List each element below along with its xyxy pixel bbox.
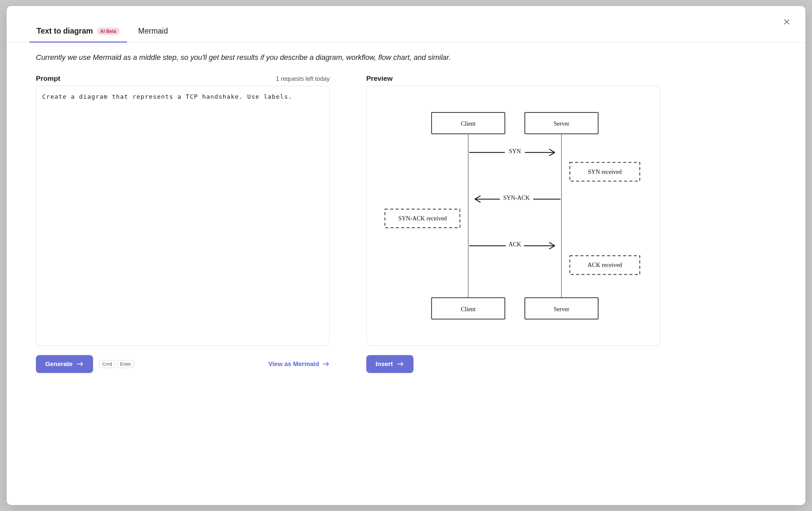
shortcut-hint: Cmd Enter (99, 360, 134, 368)
msg-ack: ACK (509, 241, 521, 248)
generate-button[interactable]: Generate (36, 355, 93, 373)
note-ack-received: ACK received (588, 262, 622, 268)
insert-button[interactable]: Insert (366, 355, 413, 373)
arrow-right-icon (397, 362, 404, 366)
preview-column: Preview Client Server (366, 75, 660, 505)
tab-mermaid[interactable]: Mermaid (137, 27, 169, 42)
view-as-mermaid-label: View as Mermaid (268, 360, 319, 368)
helper-text: Currently we use Mermaid as a middle ste… (36, 53, 776, 62)
requests-left: 1 requests left today (276, 76, 330, 82)
arrow-right-icon (77, 362, 84, 366)
participant-server-bottom: Server (554, 306, 569, 313)
kbd-enter: Enter (117, 360, 134, 368)
note-syn-received: SYN received (588, 169, 622, 175)
tab-label: Text to diagram (36, 27, 93, 35)
arrow-right-icon (322, 362, 330, 366)
msg-syn-ack: SYN-ACK (503, 195, 530, 201)
generate-label: Generate (45, 360, 72, 368)
participant-client-bottom: Client (461, 306, 475, 313)
participant-server-top: Server (554, 120, 569, 127)
diagram-modal: Text to diagram AI Beta Mermaid Currentl… (7, 6, 805, 505)
msg-syn: SYN (509, 148, 521, 154)
modal-body: Currently we use Mermaid as a middle ste… (7, 42, 805, 505)
prompt-title: Prompt (36, 75, 60, 82)
ai-beta-badge: AI Beta (97, 28, 120, 35)
close-icon (783, 18, 791, 26)
columns: Prompt 1 requests left today Generate Cm… (36, 75, 776, 505)
prompt-header: Prompt 1 requests left today (36, 75, 330, 82)
note-syn-ack-received: SYN-ACK received (398, 215, 447, 222)
tab-bar: Text to diagram AI Beta Mermaid (7, 6, 805, 42)
insert-label: Insert (376, 360, 393, 368)
prompt-footer: Generate Cmd Enter View as Mermaid (36, 355, 330, 373)
preview-header: Preview (366, 75, 660, 82)
prompt-box (36, 86, 330, 346)
preview-footer: Insert (366, 355, 660, 373)
close-button[interactable] (780, 15, 793, 29)
kbd-cmd: Cmd (99, 360, 115, 368)
sequence-diagram: Client Server SYN SYN received (373, 93, 653, 339)
preview-title: Preview (366, 75, 393, 82)
view-as-mermaid-link[interactable]: View as Mermaid (268, 360, 330, 368)
prompt-textarea[interactable] (42, 92, 323, 339)
tab-text-to-diagram[interactable]: Text to diagram AI Beta (35, 27, 121, 42)
preview-box: Client Server SYN SYN received (366, 86, 660, 346)
participant-client-top: Client (461, 120, 475, 127)
tab-label: Mermaid (138, 27, 168, 35)
prompt-column: Prompt 1 requests left today Generate Cm… (36, 75, 330, 505)
